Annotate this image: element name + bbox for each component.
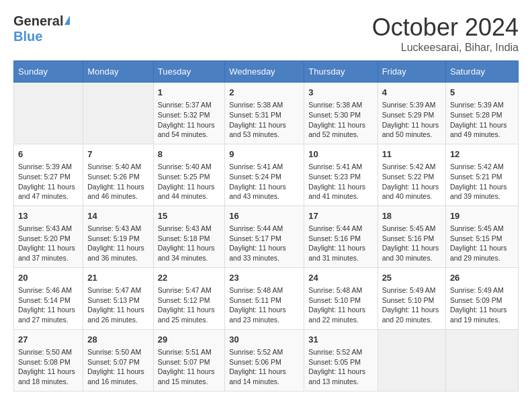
day-number: 16 [229, 210, 300, 222]
logo-triangle-icon [64, 15, 70, 25]
page-header: General Blue October 2024 Luckeesarai, B… [13, 13, 519, 54]
day-number: 27 [18, 334, 79, 346]
day-number: 17 [308, 210, 373, 222]
calendar-cell: 21Sunrise: 5:47 AMSunset: 5:13 PMDayligh… [83, 267, 154, 329]
title-section: October 2024 Luckeesarai, Bihar, India [372, 13, 519, 54]
week-row: 13Sunrise: 5:43 AMSunset: 5:20 PMDayligh… [14, 205, 519, 267]
day-header-tuesday: Tuesday [153, 61, 224, 83]
calendar-cell [378, 329, 445, 391]
day-info: Sunrise: 5:39 AMSunset: 5:28 PMDaylight:… [450, 100, 514, 140]
calendar-cell: 26Sunrise: 5:49 AMSunset: 5:09 PMDayligh… [445, 267, 518, 329]
day-number: 4 [382, 87, 441, 99]
day-header-wednesday: Wednesday [225, 61, 304, 83]
day-number: 30 [229, 334, 300, 346]
day-number: 5 [450, 87, 514, 99]
location-subtitle: Luckeesarai, Bihar, India [372, 42, 519, 54]
day-info: Sunrise: 5:42 AMSunset: 5:22 PMDaylight:… [382, 162, 441, 201]
day-number: 19 [450, 210, 514, 222]
day-number: 7 [87, 148, 149, 161]
day-number: 24 [308, 272, 373, 284]
calendar-cell: 14Sunrise: 5:43 AMSunset: 5:19 PMDayligh… [83, 205, 154, 267]
day-number: 6 [18, 148, 79, 161]
calendar-cell: 10Sunrise: 5:41 AMSunset: 5:23 PMDayligh… [304, 144, 378, 205]
day-info: Sunrise: 5:39 AMSunset: 5:29 PMDaylight:… [382, 100, 441, 140]
day-number: 22 [158, 272, 220, 284]
day-number: 14 [87, 210, 149, 222]
calendar-cell [14, 83, 83, 144]
day-info: Sunrise: 5:41 AMSunset: 5:24 PMDaylight:… [229, 162, 300, 201]
day-number: 31 [308, 334, 373, 346]
calendar-cell: 8Sunrise: 5:40 AMSunset: 5:25 PMDaylight… [153, 144, 224, 205]
day-info: Sunrise: 5:50 AMSunset: 5:08 PMDaylight:… [18, 347, 79, 387]
day-number: 8 [158, 148, 220, 161]
month-year-title: October 2024 [372, 13, 519, 42]
calendar-cell: 30Sunrise: 5:52 AMSunset: 5:06 PMDayligh… [225, 329, 304, 391]
day-info: Sunrise: 5:38 AMSunset: 5:30 PMDaylight:… [308, 100, 373, 140]
day-number: 11 [382, 148, 441, 161]
day-info: Sunrise: 5:48 AMSunset: 5:10 PMDaylight:… [308, 285, 373, 325]
day-info: Sunrise: 5:43 AMSunset: 5:19 PMDaylight:… [87, 224, 149, 263]
day-number: 28 [87, 334, 149, 346]
day-info: Sunrise: 5:41 AMSunset: 5:23 PMDaylight:… [308, 162, 373, 201]
calendar-header: SundayMondayTuesdayWednesdayThursdayFrid… [14, 61, 519, 83]
day-number: 29 [158, 334, 220, 346]
day-info: Sunrise: 5:52 AMSunset: 5:06 PMDaylight:… [229, 347, 300, 387]
day-info: Sunrise: 5:44 AMSunset: 5:17 PMDaylight:… [229, 224, 300, 263]
day-header-thursday: Thursday [304, 61, 378, 83]
day-number: 23 [229, 272, 300, 284]
day-info: Sunrise: 5:43 AMSunset: 5:20 PMDaylight:… [18, 224, 79, 263]
calendar-cell [83, 83, 154, 144]
calendar-cell: 23Sunrise: 5:48 AMSunset: 5:11 PMDayligh… [225, 267, 304, 329]
calendar-cell: 25Sunrise: 5:49 AMSunset: 5:10 PMDayligh… [378, 267, 445, 329]
day-number: 26 [450, 272, 514, 284]
day-number: 13 [18, 210, 79, 222]
week-row: 27Sunrise: 5:50 AMSunset: 5:08 PMDayligh… [14, 329, 519, 391]
day-number: 2 [229, 87, 300, 99]
day-number: 20 [18, 272, 79, 284]
calendar-cell: 29Sunrise: 5:51 AMSunset: 5:07 PMDayligh… [153, 329, 224, 391]
day-info: Sunrise: 5:39 AMSunset: 5:27 PMDaylight:… [18, 162, 79, 201]
day-info: Sunrise: 5:49 AMSunset: 5:09 PMDaylight:… [450, 285, 514, 325]
day-info: Sunrise: 5:49 AMSunset: 5:10 PMDaylight:… [382, 285, 441, 325]
day-info: Sunrise: 5:40 AMSunset: 5:25 PMDaylight:… [158, 162, 220, 201]
day-info: Sunrise: 5:50 AMSunset: 5:07 PMDaylight:… [87, 347, 149, 387]
calendar-cell: 7Sunrise: 5:40 AMSunset: 5:26 PMDaylight… [83, 144, 154, 205]
week-row: 6Sunrise: 5:39 AMSunset: 5:27 PMDaylight… [14, 144, 519, 205]
day-number: 18 [382, 210, 441, 222]
calendar-cell: 6Sunrise: 5:39 AMSunset: 5:27 PMDaylight… [14, 144, 83, 205]
calendar-cell: 4Sunrise: 5:39 AMSunset: 5:29 PMDaylight… [378, 83, 445, 144]
calendar-cell: 19Sunrise: 5:45 AMSunset: 5:15 PMDayligh… [445, 205, 518, 267]
calendar-cell: 22Sunrise: 5:47 AMSunset: 5:12 PMDayligh… [153, 267, 224, 329]
days-row: SundayMondayTuesdayWednesdayThursdayFrid… [14, 61, 519, 83]
day-header-monday: Monday [83, 61, 154, 83]
day-info: Sunrise: 5:47 AMSunset: 5:12 PMDaylight:… [158, 285, 220, 325]
calendar-cell [445, 329, 518, 391]
day-info: Sunrise: 5:44 AMSunset: 5:16 PMDaylight:… [308, 224, 373, 263]
day-info: Sunrise: 5:46 AMSunset: 5:14 PMDaylight:… [18, 285, 79, 325]
day-header-sunday: Sunday [14, 61, 83, 83]
calendar-cell: 15Sunrise: 5:43 AMSunset: 5:18 PMDayligh… [153, 205, 224, 267]
day-number: 12 [450, 148, 514, 161]
calendar-cell: 20Sunrise: 5:46 AMSunset: 5:14 PMDayligh… [14, 267, 83, 329]
day-info: Sunrise: 5:40 AMSunset: 5:26 PMDaylight:… [87, 162, 149, 201]
calendar-cell: 1Sunrise: 5:37 AMSunset: 5:32 PMDaylight… [153, 83, 224, 144]
calendar-cell: 3Sunrise: 5:38 AMSunset: 5:30 PMDaylight… [304, 83, 378, 144]
day-number: 25 [382, 272, 441, 284]
calendar-cell: 18Sunrise: 5:45 AMSunset: 5:16 PMDayligh… [378, 205, 445, 267]
calendar-cell: 12Sunrise: 5:42 AMSunset: 5:21 PMDayligh… [445, 144, 518, 205]
day-info: Sunrise: 5:45 AMSunset: 5:16 PMDaylight:… [382, 224, 441, 263]
calendar-cell: 2Sunrise: 5:38 AMSunset: 5:31 PMDaylight… [225, 83, 304, 144]
calendar-table: SundayMondayTuesdayWednesdayThursdayFrid… [13, 60, 519, 392]
day-header-friday: Friday [378, 61, 445, 83]
day-info: Sunrise: 5:45 AMSunset: 5:15 PMDaylight:… [450, 224, 514, 263]
day-info: Sunrise: 5:38 AMSunset: 5:31 PMDaylight:… [229, 100, 300, 140]
calendar-cell: 9Sunrise: 5:41 AMSunset: 5:24 PMDaylight… [225, 144, 304, 205]
day-header-saturday: Saturday [445, 61, 518, 83]
calendar-cell: 13Sunrise: 5:43 AMSunset: 5:20 PMDayligh… [14, 205, 83, 267]
calendar-cell: 31Sunrise: 5:52 AMSunset: 5:05 PMDayligh… [304, 329, 378, 391]
calendar-cell: 17Sunrise: 5:44 AMSunset: 5:16 PMDayligh… [304, 205, 378, 267]
logo-general-text: General [13, 13, 63, 29]
calendar-cell: 11Sunrise: 5:42 AMSunset: 5:22 PMDayligh… [378, 144, 445, 205]
day-number: 1 [158, 87, 220, 99]
logo-blue-text: Blue [13, 29, 42, 44]
